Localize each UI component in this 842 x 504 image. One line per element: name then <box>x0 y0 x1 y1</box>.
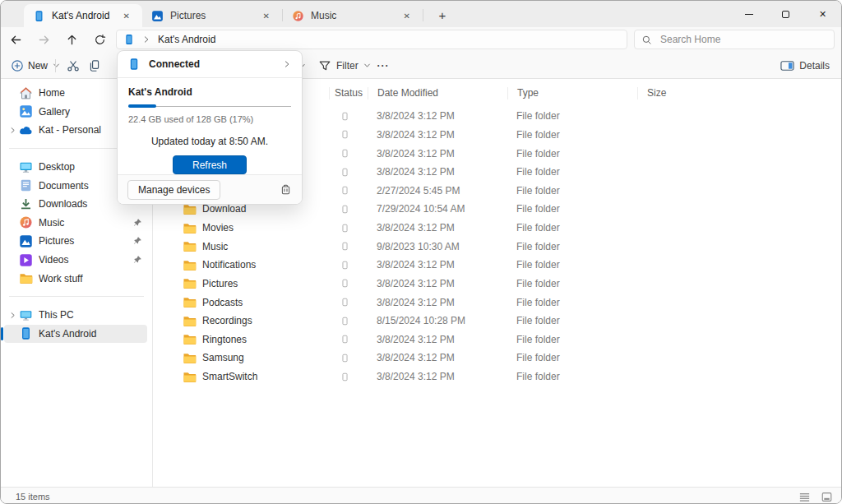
maximize-button[interactable] <box>767 1 804 27</box>
details-view-icon[interactable] <box>798 491 811 503</box>
new-tab-button[interactable]: + <box>430 4 455 25</box>
sidebar-item-work-stuff[interactable]: Work stuff <box>4 269 147 288</box>
manage-devices-button[interactable]: Manage devices <box>127 180 220 200</box>
date-modified: 3/8/2024 3:12 PM <box>368 371 507 382</box>
sidebar-divider <box>9 296 144 297</box>
device-flyout-header[interactable]: Connected <box>118 51 302 78</box>
phone-status-icon <box>340 259 349 271</box>
file-row[interactable]: Podcasts3/8/2024 3:12 PMFile folder <box>159 293 841 312</box>
file-row[interactable]: Notifications3/8/2024 3:12 PMFile folder <box>159 256 841 275</box>
filter-button[interactable]: Filter <box>314 55 376 76</box>
forward-button[interactable] <box>33 29 54 50</box>
details-button-label: Details <box>799 60 830 72</box>
file-row[interactable]: Recordings8/15/2024 10:28 PMFile folder <box>159 312 841 331</box>
phone-status-icon <box>340 240 349 252</box>
phone-status-icon <box>340 277 349 289</box>
item-count: 15 items <box>16 492 50 502</box>
file-row[interactable]: Ringtones3/8/2024 3:12 PMFile folder <box>159 331 841 349</box>
file-type: File folder <box>507 297 637 308</box>
details-pane-button[interactable]: Details <box>775 55 835 76</box>
file-name: Samsung <box>202 352 244 363</box>
connection-status: Connected <box>149 58 282 70</box>
chevron-right-icon <box>141 35 151 44</box>
date-modified: 8/15/2024 10:28 PM <box>368 315 507 326</box>
filter-button-label: Filter <box>336 60 359 72</box>
file-name: SmartSwitch <box>202 371 257 382</box>
column-header-size[interactable]: Size <box>637 87 715 99</box>
search-box[interactable] <box>634 30 835 49</box>
minimize-button[interactable] <box>730 1 767 27</box>
breadcrumb-device-label[interactable]: Kat's Android <box>158 34 215 45</box>
sidebar-item-label: Music <box>39 217 132 229</box>
phone-status-icon <box>340 128 349 141</box>
sidebar-item-label: Work stuff <box>39 273 147 284</box>
sidebar-item-kats-android[interactable]: Kat's Android <box>4 325 147 344</box>
chevron-right-icon[interactable] <box>8 126 17 135</box>
date-modified: 9/8/2023 10:30 AM <box>368 241 507 252</box>
refresh-button[interactable] <box>89 29 110 50</box>
file-row[interactable]: Pictures3/8/2024 3:12 PMFile folder <box>159 275 841 294</box>
pictures-icon <box>19 234 33 248</box>
tab-label: Music <box>311 10 400 21</box>
back-icon <box>10 34 22 46</box>
close-tab-icon[interactable]: ✕ <box>259 10 274 22</box>
phone-icon <box>33 10 45 22</box>
up-button[interactable] <box>61 29 82 50</box>
pictures-icon <box>151 10 164 22</box>
sidebar-item-videos[interactable]: Videos <box>4 251 147 270</box>
sidebar-item-music[interactable]: Music <box>4 214 147 233</box>
large-icons-view-icon[interactable] <box>821 491 833 503</box>
storage-progress-bar <box>128 104 291 108</box>
status-bar: 15 items <box>1 487 841 504</box>
more-options-button[interactable]: ··· <box>372 55 394 76</box>
file-name: Movies <box>202 222 234 234</box>
close-tab-icon[interactable]: ✕ <box>119 10 134 22</box>
chevron-right-icon[interactable] <box>8 311 17 320</box>
maximize-icon <box>782 11 789 18</box>
phone-status-icon <box>340 352 349 364</box>
tab-strip: Kat's Android✕Pictures✕Music✕ <box>1 1 423 27</box>
search-input[interactable] <box>659 33 827 46</box>
file-row[interactable]: SmartSwitch3/8/2024 3:12 PMFile folder <box>159 368 841 386</box>
close-button[interactable]: ✕ <box>804 1 841 27</box>
file-name: Pictures <box>202 278 238 289</box>
file-type: File folder <box>507 222 637 234</box>
phone-status-icon <box>340 371 349 383</box>
sidebar-item-this-pc[interactable]: This PC <box>4 306 147 325</box>
close-tab-icon[interactable]: ✕ <box>400 10 414 22</box>
back-button[interactable] <box>5 29 26 50</box>
column-header-date-modified[interactable]: Date Modified <box>368 87 507 99</box>
storage-progress-fill <box>128 104 156 108</box>
sidebar-item-label: Kat's Android <box>39 328 147 340</box>
date-modified: 3/8/2024 3:12 PM <box>368 297 507 308</box>
new-button-label: New <box>28 60 48 72</box>
phone-status-icon <box>340 296 349 308</box>
trash-icon[interactable] <box>280 183 292 196</box>
details-pane-icon <box>780 60 799 72</box>
music-icon <box>292 10 304 22</box>
file-name: Ringtones <box>202 334 247 345</box>
tab-pictures[interactable]: Pictures✕ <box>142 4 282 27</box>
copy-button[interactable] <box>84 55 105 76</box>
tab-kats-android[interactable]: Kat's Android✕ <box>24 4 142 27</box>
file-explorer-window: Kat's Android✕Pictures✕Music✕ + ✕ Kat's … <box>0 0 842 504</box>
file-row[interactable]: Movies3/8/2024 3:12 PMFile folder <box>159 219 841 238</box>
device-flyout: Connected Kat's Android 22.4 GB used of … <box>117 50 303 205</box>
file-name: Download <box>202 203 246 215</box>
refresh-device-button[interactable]: Refresh <box>173 155 247 174</box>
file-type: File folder <box>507 148 637 160</box>
tab-music[interactable]: Music✕ <box>283 4 423 27</box>
pin-icon <box>132 236 142 246</box>
date-modified: 3/8/2024 3:12 PM <box>368 166 507 178</box>
sidebar-item-pictures[interactable]: Pictures <box>4 232 147 251</box>
date-modified: 3/8/2024 3:12 PM <box>368 222 507 234</box>
refresh-icon <box>94 34 106 46</box>
phone-status-icon <box>340 315 349 327</box>
file-row[interactable]: Music9/8/2023 10:30 AMFile folder <box>159 237 841 256</box>
tab-label: Kat's Android <box>52 10 119 21</box>
column-header-type[interactable]: Type <box>507 87 637 99</box>
file-row[interactable]: Samsung3/8/2024 3:12 PMFile folder <box>159 349 841 368</box>
column-header-status[interactable]: Status <box>329 87 368 99</box>
breadcrumb[interactable]: Kat's Android <box>116 30 627 49</box>
cut-button[interactable] <box>62 55 84 76</box>
